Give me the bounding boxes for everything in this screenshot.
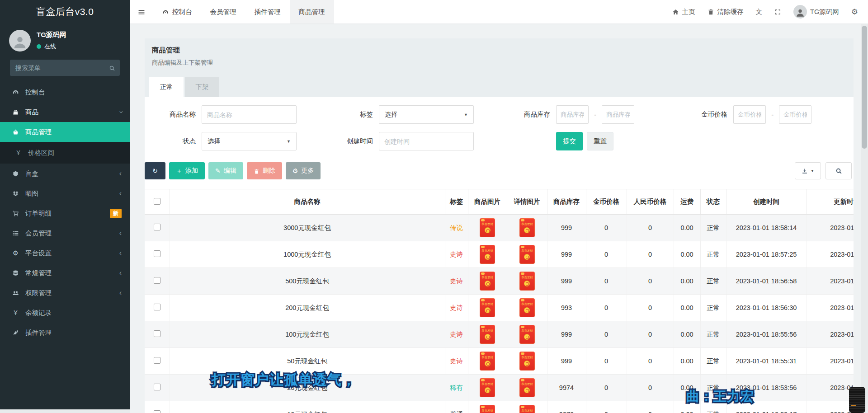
sidebar-item-platform[interactable]: ⚙平台设置‹ xyxy=(0,243,130,263)
product-image[interactable]: 恭喜发财 xyxy=(480,272,495,291)
nav-tab-dashboard[interactable]: 控制台 xyxy=(153,0,201,23)
created-time-input[interactable] xyxy=(379,132,474,150)
refresh-button[interactable]: ↻ xyxy=(145,162,165,179)
column-header[interactable]: 状态 xyxy=(700,189,726,215)
status-select[interactable]: 选择▼ xyxy=(202,132,297,150)
nav-fullscreen[interactable] xyxy=(774,8,781,16)
product-image[interactable]: 恭喜发财 xyxy=(480,378,495,397)
stock-min-input[interactable] xyxy=(556,105,589,124)
export-button[interactable]: ▼ xyxy=(795,162,821,179)
detail-image[interactable]: 恭喜发财 xyxy=(519,378,535,397)
rocket-icon xyxy=(11,329,20,336)
sidebar-item-goods-manage[interactable]: 商品管理 xyxy=(0,122,130,142)
row-checkbox[interactable] xyxy=(154,250,160,257)
coin-price-max-input[interactable] xyxy=(779,105,811,124)
freight-value: 0.00 xyxy=(674,348,700,375)
nav-tab-plugins[interactable]: 插件管理 xyxy=(245,0,290,23)
nav-translate[interactable]: 文 xyxy=(756,8,763,15)
menu-toggle-button[interactable] xyxy=(130,0,153,23)
chevron-left-icon: ‹ xyxy=(119,190,122,197)
scrollbar-thumb[interactable] xyxy=(862,26,867,149)
detail-image[interactable]: 恭喜发财 xyxy=(519,405,535,413)
product-image[interactable]: 恭喜发财 xyxy=(480,245,495,264)
sidebar-item-blindbox[interactable]: 盲盒‹ xyxy=(0,164,130,183)
filter-field-goods-name: 商品名称 xyxy=(145,105,322,124)
sidebar-item-permissions[interactable]: 权限管理‹ xyxy=(0,283,130,303)
column-header[interactable]: 人民币价格 xyxy=(627,189,674,215)
goods-name-input[interactable] xyxy=(202,105,297,124)
created-time: 2023-01-01 18:55:56 xyxy=(726,321,807,348)
detail-image[interactable]: 恭喜发财 xyxy=(519,352,535,371)
row-checkbox[interactable] xyxy=(154,410,160,413)
product-image[interactable]: 恭喜发财 xyxy=(480,325,495,344)
sidebar-item-label: 余额记录 xyxy=(25,309,52,317)
column-header[interactable]: 商品名称 xyxy=(170,189,445,215)
nav-clear-cache[interactable]: 清除缓存 xyxy=(708,8,744,16)
detail-image[interactable]: 恭喜发财 xyxy=(519,298,535,317)
product-image[interactable]: 恭喜发财 xyxy=(480,298,495,317)
add-button[interactable]: ＋添加 xyxy=(169,162,205,179)
rmb-price-value: 0 xyxy=(627,215,674,241)
sidebar-item-orders[interactable]: 订单明细新 xyxy=(0,203,130,223)
row-checkbox[interactable] xyxy=(154,384,160,390)
row-checkbox[interactable] xyxy=(154,224,160,230)
more-button[interactable]: ⚙更多 xyxy=(286,162,321,179)
sidebar-item-general[interactable]: 常规管理‹ xyxy=(0,263,130,283)
video-subtitle-line: 打开窗户让孤单透气， xyxy=(212,371,356,390)
nav-tab-label: 商品管理 xyxy=(299,8,325,16)
detail-image[interactable]: 恭喜发财 xyxy=(519,218,535,237)
search-button[interactable] xyxy=(826,162,852,179)
sidebar-item-photos[interactable]: 晒图‹ xyxy=(0,183,130,203)
new-badge: 新 xyxy=(110,209,122,218)
nav-tab-goods[interactable]: 商品管理 xyxy=(290,0,334,23)
sidebar-item-goods[interactable]: 商品‹ xyxy=(0,102,130,122)
submit-button[interactable]: 提交 xyxy=(556,132,583,150)
table-row: 1000元现金红包史诗恭喜发财恭喜发财999000.00正常2023-01-01… xyxy=(145,241,854,268)
sidebar-item-label: 控制台 xyxy=(25,88,45,97)
product-image[interactable]: 恭喜发财 xyxy=(480,218,495,237)
row-checkbox[interactable] xyxy=(154,330,160,337)
detail-image[interactable]: 恭喜发财 xyxy=(519,245,535,264)
column-header[interactable]: 标签 xyxy=(445,189,468,215)
sidebar-item-plugins[interactable]: 插件管理 xyxy=(0,323,130,343)
detail-image[interactable]: 恭喜发财 xyxy=(519,325,535,344)
nav-user[interactable]: TG源码网 xyxy=(793,5,839,19)
stock-max-input[interactable] xyxy=(602,105,634,124)
column-header[interactable]: 创建时间 xyxy=(726,189,807,215)
nav-tab-members[interactable]: 会员管理 xyxy=(201,0,245,23)
product-image[interactable]: 恭喜发财 xyxy=(480,405,495,413)
tab-offline[interactable]: 下架 xyxy=(185,77,219,97)
column-header[interactable]: 商品图片 xyxy=(468,189,507,215)
column-header[interactable]: 更新时间 xyxy=(807,189,854,215)
detail-image[interactable]: 恭喜发财 xyxy=(519,272,535,291)
row-checkbox[interactable] xyxy=(154,304,160,310)
reset-button[interactable]: 重置 xyxy=(587,132,613,150)
sidebar-item-balance[interactable]: ¥余额记录 xyxy=(0,303,130,323)
coin-price-min-input[interactable] xyxy=(733,105,766,124)
product-image[interactable]: 恭喜发财 xyxy=(480,352,495,371)
filter-label: 商品库存 xyxy=(499,110,556,119)
delete-button[interactable]: 删除 xyxy=(247,162,282,179)
tag-select[interactable]: 选择▼ xyxy=(379,105,474,124)
sidebar-item-dashboard[interactable]: 控制台 xyxy=(0,82,130,102)
user-avatar[interactable] xyxy=(9,30,31,52)
row-checkbox[interactable] xyxy=(154,277,160,284)
nav-home[interactable]: 主页 xyxy=(672,8,695,16)
column-header[interactable]: 商品库存 xyxy=(547,189,586,215)
product-name: 200元现金红包 xyxy=(170,295,445,321)
select-all-checkbox[interactable] xyxy=(154,198,160,205)
sidebar-item-members[interactable]: 会员管理‹ xyxy=(0,223,130,243)
edit-button[interactable]: ✎编辑 xyxy=(208,162,243,179)
sidebar-item-price-range[interactable]: ¥价格区间 xyxy=(0,142,130,164)
column-header[interactable]: 金币价格 xyxy=(586,189,627,215)
row-checkbox[interactable] xyxy=(154,357,160,364)
column-header[interactable]: 运费 xyxy=(674,189,700,215)
nav-tab-label: 会员管理 xyxy=(210,8,236,16)
menu-search-input[interactable] xyxy=(10,60,120,76)
online-dot-icon xyxy=(37,44,41,49)
column-header[interactable]: 详情图片 xyxy=(507,189,547,215)
search-icon[interactable] xyxy=(109,64,115,72)
tab-normal[interactable]: 正常 xyxy=(149,77,184,97)
caret-down-icon: ▼ xyxy=(811,169,814,173)
nav-settings[interactable]: ⚙ xyxy=(851,8,858,16)
